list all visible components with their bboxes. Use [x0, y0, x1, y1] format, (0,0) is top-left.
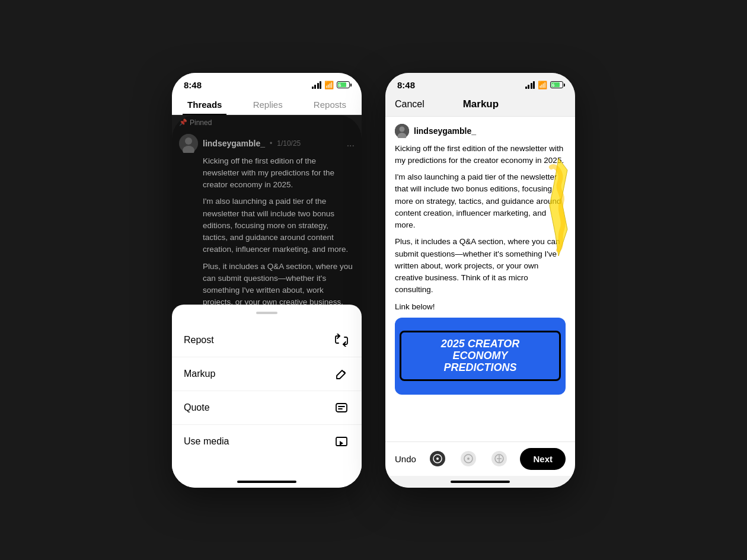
next-button[interactable]: Next [520, 448, 566, 470]
svg-point-6 [400, 126, 405, 132]
svg-rect-3 [336, 404, 347, 412]
markup-toolbar: Undo [385, 441, 575, 476]
sheet-handle [256, 312, 277, 314]
size-tool-icon[interactable] [490, 449, 509, 468]
markup-image-right: 2025 CREATOR ECONOMY PREDICTIONS [395, 318, 566, 395]
markup-icon [333, 366, 350, 382]
quote-label: Quote [184, 402, 210, 413]
use-media-label: Use media [184, 436, 229, 447]
avatar-right [395, 124, 409, 138]
home-bar-left [172, 476, 362, 488]
tab-threads[interactable]: Threads [183, 97, 226, 112]
battery-icon: 6 [337, 81, 350, 88]
cancel-button[interactable]: Cancel [395, 99, 424, 110]
link-below-right: Link below! [395, 301, 566, 313]
paragraph-3-right: Plus, it includes a Q&A section, where y… [395, 236, 566, 296]
markup-label: Markup [184, 369, 215, 379]
sheet-item-quote[interactable]: Quote [172, 391, 362, 425]
right-phone: 8:48 📶 6 Cancel Markup [385, 73, 575, 488]
markup-username-row: lindseygamble_ [395, 124, 566, 138]
post-username-right: lindseygamble_ [414, 126, 476, 136]
repost-icon [333, 332, 350, 348]
sheet-item-markup[interactable]: Markup [172, 357, 362, 391]
image-text-right: 2025 CREATOR ECONOMY PREDICTIONS [410, 338, 550, 373]
status-bar-left: 8:48 📶 6 [172, 73, 362, 92]
left-phone: 8:48 📶 6 Threads Replies Reposts 📌 Pinne… [172, 73, 362, 488]
status-icons-left: 📶 6 [312, 81, 350, 89]
tab-replies[interactable]: Replies [248, 97, 288, 112]
bottom-sheet: Repost Markup [172, 305, 362, 476]
signal-icon [312, 81, 322, 89]
markup-title: Markup [463, 98, 499, 110]
home-bar-line-right [451, 481, 510, 483]
svg-point-10 [436, 457, 439, 460]
status-icons-right: 📶 6 [525, 81, 564, 89]
markup-content: lindseygamble_ Kicking off the first edi… [385, 117, 575, 441]
home-bar-right [385, 476, 575, 488]
markup-header: Cancel Markup [385, 92, 575, 117]
undo-label[interactable]: Undo [395, 454, 416, 464]
home-bar-line-left [237, 481, 296, 483]
signal-icon-right [525, 81, 535, 89]
paragraph-1-right: Kicking off the first edition of the new… [395, 143, 566, 167]
svg-point-13 [467, 457, 470, 460]
time-right: 8:48 [397, 80, 415, 90]
content-area-left: 📌 Pinned lindseygamble_ • 1/10/25 [172, 115, 362, 476]
sheet-item-use-media[interactable]: Use media [172, 425, 362, 458]
markup-tools-left: Undo [395, 449, 509, 468]
sheet-item-repost[interactable]: Repost [172, 324, 362, 357]
repost-label: Repost [184, 335, 214, 345]
quote-icon [333, 399, 350, 416]
color-tool-icon[interactable] [459, 449, 478, 468]
markup-body: Kicking off the first edition of the new… [395, 143, 566, 395]
wifi-icon-right: 📶 [538, 81, 547, 89]
para2-text-right: I'm also launching a paid tier of the ne… [395, 172, 561, 229]
status-bar-right: 8:48 📶 6 [385, 73, 575, 92]
media-icon [333, 433, 350, 450]
tab-bar: Threads Replies Reposts [172, 92, 362, 115]
wifi-icon: 📶 [324, 81, 334, 89]
time-left: 8:48 [184, 80, 202, 90]
pen-tool-icon[interactable] [428, 449, 447, 468]
tab-reposts[interactable]: Reposts [309, 97, 351, 112]
paragraph-2-right: I'm also launching a paid tier of the ne… [395, 171, 566, 231]
battery-icon-right: 6 [550, 81, 563, 88]
